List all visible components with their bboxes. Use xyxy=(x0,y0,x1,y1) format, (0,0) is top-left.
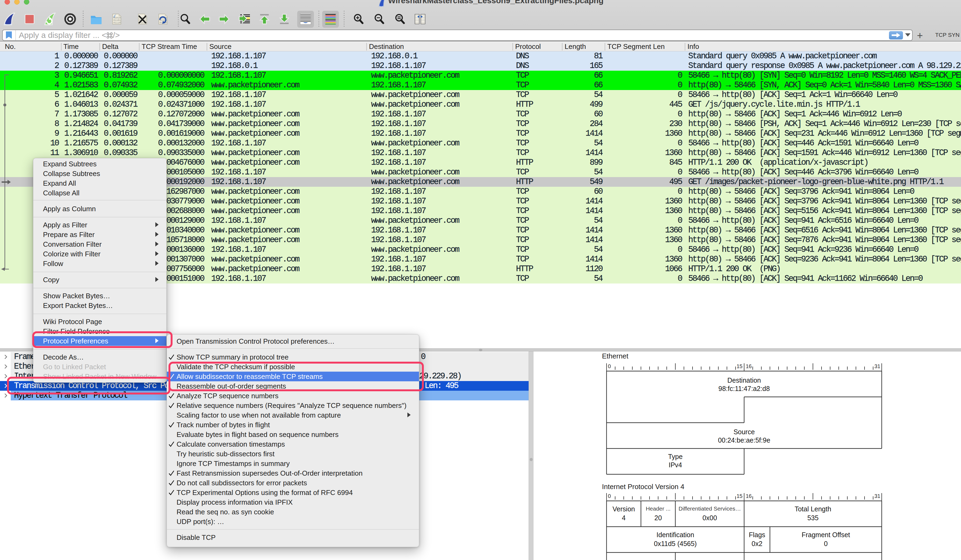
svg-text:Identification: Identification xyxy=(657,531,694,539)
svg-text:20: 20 xyxy=(654,514,662,521)
svg-text:Ethernet: Ethernet xyxy=(602,352,628,360)
svg-text:31: 31 xyxy=(874,493,881,499)
svg-text:535: 535 xyxy=(807,514,819,521)
svg-text:00:24:be:ae:5f:9e: 00:24:be:ae:5f:9e xyxy=(718,436,770,444)
svg-text:Version: Version xyxy=(612,505,635,513)
svg-text:15: 15 xyxy=(737,363,742,369)
svg-text:Flags: Flags xyxy=(749,531,765,539)
svg-text:31: 31 xyxy=(874,363,881,369)
svg-text:0: 0 xyxy=(608,493,611,499)
svg-text:Header ...: Header ... xyxy=(646,505,670,512)
svg-text:0x00: 0x00 xyxy=(702,514,717,521)
svg-text:Differentiated Services…: Differentiated Services… xyxy=(678,505,741,512)
svg-text:0: 0 xyxy=(608,363,611,369)
svg-text:0: 0 xyxy=(824,540,828,547)
svg-text:Source: Source xyxy=(733,428,755,436)
svg-text:Fragment Offset: Fragment Offset xyxy=(802,531,850,539)
svg-text:01110: 01110 xyxy=(113,21,121,24)
svg-text:4: 4 xyxy=(622,514,626,521)
svg-text:98:fc:11:47:a2:d8: 98:fc:11:47:a2:d8 xyxy=(718,385,770,392)
svg-text:IPv4: IPv4 xyxy=(669,461,682,469)
svg-text:15: 15 xyxy=(737,493,742,499)
svg-text:0x2: 0x2 xyxy=(752,540,762,547)
svg-text:Type: Type xyxy=(668,453,683,460)
svg-text:0x11d5 (4565): 0x11d5 (4565) xyxy=(654,540,697,547)
svg-text:Internet Protocol Version 4: Internet Protocol Version 4 xyxy=(602,483,684,491)
svg-text:Destination: Destination xyxy=(727,377,761,384)
svg-text:16: 16 xyxy=(746,363,752,369)
svg-text:16: 16 xyxy=(746,493,752,499)
svg-text:Total Length: Total Length xyxy=(795,505,831,513)
